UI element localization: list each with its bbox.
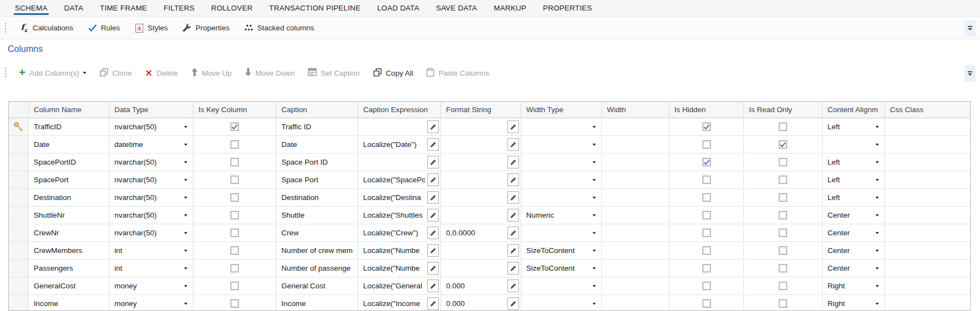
is-key-column-checkbox[interactable] bbox=[230, 229, 239, 237]
cell-column-name[interactable]: Date bbox=[29, 136, 109, 153]
columns-toolbar-button-set-caption[interactable]: Set Caption bbox=[301, 65, 366, 81]
cell-width-type-dropdown[interactable]: SizeToContent bbox=[521, 242, 602, 259]
row-header-cell[interactable] bbox=[9, 224, 29, 241]
cell-css-class[interactable] bbox=[885, 277, 971, 294]
is-read-only-checkbox[interactable] bbox=[779, 176, 787, 184]
cell-data-type-dropdown[interactable]: money bbox=[109, 295, 193, 311]
cell-width[interactable] bbox=[602, 260, 669, 277]
cell-column-name[interactable]: CrewMembers bbox=[29, 242, 109, 259]
cell-caption[interactable]: Space Port bbox=[276, 171, 358, 188]
cell-width[interactable] bbox=[602, 171, 669, 188]
cell-width[interactable] bbox=[602, 207, 669, 224]
cell-caption-expression[interactable]: Localize("Destina bbox=[358, 189, 441, 206]
cell-column-name[interactable]: TrafficID bbox=[29, 118, 109, 135]
cell-data-type-dropdown[interactable]: nvarchar(50) bbox=[109, 171, 193, 188]
is-key-column-checkbox[interactable] bbox=[230, 264, 239, 272]
cell-width-type-dropdown[interactable] bbox=[521, 136, 602, 153]
is-hidden-checkbox[interactable] bbox=[703, 229, 711, 237]
is-read-only-checkbox[interactable] bbox=[779, 123, 787, 131]
menu-item-time-frame[interactable]: TIME FRAME bbox=[92, 0, 155, 16]
row-header-cell[interactable] bbox=[9, 260, 29, 277]
is-hidden-checkbox[interactable] bbox=[703, 176, 711, 184]
cell-column-name[interactable]: Income bbox=[29, 295, 109, 311]
cell-caption[interactable]: Shuttle bbox=[276, 207, 358, 224]
cell-content-alignment-dropdown[interactable]: Center bbox=[822, 207, 885, 224]
cell-width[interactable] bbox=[602, 295, 669, 311]
row-header-cell[interactable] bbox=[9, 242, 29, 259]
cell-width[interactable] bbox=[602, 136, 669, 153]
caption-expression-edit-button[interactable] bbox=[427, 156, 439, 168]
columns-toolbar-button-delete[interactable]: ✕Delete bbox=[139, 65, 185, 81]
cell-data-type-dropdown[interactable]: int bbox=[109, 242, 193, 259]
row-header-cell[interactable] bbox=[9, 277, 29, 294]
caption-expression-edit-button[interactable] bbox=[427, 191, 439, 204]
is-read-only-checkbox[interactable] bbox=[779, 299, 787, 308]
cell-width-type-dropdown[interactable] bbox=[521, 154, 602, 171]
cell-data-type-dropdown[interactable]: nvarchar(50) bbox=[109, 207, 193, 224]
cell-width[interactable] bbox=[602, 118, 669, 135]
cell-column-name[interactable]: GeneralCost bbox=[29, 277, 109, 294]
cell-format-string[interactable] bbox=[441, 154, 521, 171]
is-hidden-checkbox[interactable] bbox=[703, 193, 711, 202]
format-string-edit-button[interactable] bbox=[507, 297, 519, 310]
menu-item-markup[interactable]: MARKUP bbox=[485, 0, 534, 16]
cell-content-alignment-dropdown[interactable]: Left bbox=[822, 118, 885, 135]
toolbar-button-properties[interactable]: Properties bbox=[175, 20, 237, 36]
format-string-edit-button[interactable] bbox=[507, 244, 519, 257]
format-string-edit-button[interactable] bbox=[507, 262, 519, 275]
menu-item-rollover[interactable]: ROLLOVER bbox=[203, 0, 261, 16]
is-read-only-checkbox[interactable] bbox=[779, 229, 787, 237]
cell-caption[interactable]: Number of passenge bbox=[276, 260, 358, 277]
cell-content-alignment-dropdown[interactable] bbox=[822, 136, 885, 153]
columns-toolbar-button-paste-columns[interactable]: Paste Columns bbox=[420, 65, 496, 81]
cell-column-name[interactable]: Destination bbox=[29, 189, 109, 206]
cell-css-class[interactable] bbox=[885, 154, 971, 171]
cell-css-class[interactable] bbox=[885, 136, 971, 153]
cell-column-name[interactable]: SpacePort bbox=[29, 171, 109, 188]
cell-format-string[interactable] bbox=[441, 207, 521, 224]
menu-item-load-data[interactable]: LOAD DATA bbox=[369, 0, 427, 16]
cell-content-alignment-dropdown[interactable]: Center bbox=[822, 260, 885, 277]
caption-expression-edit-button[interactable] bbox=[427, 262, 439, 275]
format-string-edit-button[interactable] bbox=[507, 173, 519, 186]
is-read-only-checkbox[interactable] bbox=[779, 282, 787, 290]
columns-toolbar-button-move-up[interactable]: Move Up bbox=[185, 65, 238, 81]
menu-item-transaction-pipeline[interactable]: TRANSACTION PIPELINE bbox=[261, 0, 369, 16]
cell-content-alignment-dropdown[interactable]: Center bbox=[822, 242, 885, 259]
format-string-edit-button[interactable] bbox=[507, 209, 519, 222]
cell-data-type-dropdown[interactable]: nvarchar(50) bbox=[109, 154, 193, 171]
cell-format-string[interactable] bbox=[441, 118, 521, 135]
format-string-edit-button[interactable] bbox=[507, 120, 519, 133]
is-hidden-checkbox[interactable] bbox=[703, 299, 711, 308]
is-hidden-checkbox[interactable] bbox=[703, 282, 711, 290]
cell-caption[interactable]: Traffic ID bbox=[276, 118, 358, 135]
cell-format-string[interactable]: 0,0.0000 bbox=[441, 224, 521, 241]
cell-caption[interactable]: Date bbox=[276, 136, 358, 153]
format-string-edit-button[interactable] bbox=[507, 226, 519, 239]
cell-caption[interactable]: Crew bbox=[276, 224, 358, 241]
columns-toolbar-overflow-button[interactable] bbox=[965, 65, 976, 82]
cell-css-class[interactable] bbox=[885, 189, 971, 206]
is-key-column-checkbox[interactable] bbox=[230, 140, 239, 149]
toolbar-button-stacked-columns[interactable]: Stacked columns bbox=[237, 20, 321, 36]
is-hidden-checkbox[interactable] bbox=[703, 246, 711, 255]
format-string-edit-button[interactable] bbox=[507, 156, 519, 168]
caption-expression-edit-button[interactable] bbox=[427, 297, 439, 310]
is-key-column-checkbox[interactable] bbox=[230, 193, 239, 202]
columns-toolbar-button-move-down[interactable]: Move Down bbox=[238, 65, 301, 81]
toolbar-button-calculations[interactable]: fxCalculations bbox=[12, 20, 81, 36]
cell-data-type-dropdown[interactable]: money bbox=[109, 277, 193, 294]
is-read-only-checkbox[interactable] bbox=[779, 158, 787, 166]
is-read-only-checkbox[interactable] bbox=[779, 211, 787, 219]
is-hidden-checkbox[interactable] bbox=[703, 211, 711, 219]
caption-expression-edit-button[interactable] bbox=[427, 173, 439, 186]
cell-format-string[interactable] bbox=[441, 260, 521, 277]
is-read-only-checkbox[interactable] bbox=[779, 193, 787, 202]
cell-content-alignment-dropdown[interactable]: Left bbox=[822, 189, 885, 206]
cell-content-alignment-dropdown[interactable]: Left bbox=[822, 171, 885, 188]
cell-css-class[interactable] bbox=[885, 207, 971, 224]
cell-width[interactable] bbox=[602, 154, 669, 171]
cell-caption-expression[interactable]: Localize("Crew") bbox=[358, 224, 441, 241]
cell-width-type-dropdown[interactable] bbox=[521, 295, 602, 311]
columns-toolbar-grip-handle[interactable] bbox=[4, 67, 7, 79]
